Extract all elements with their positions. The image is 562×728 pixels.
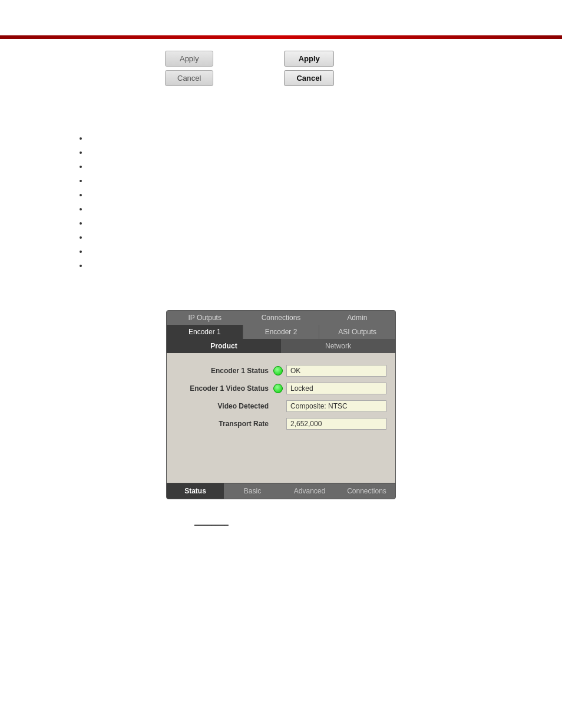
bullet-list (71, 133, 527, 270)
tab-product[interactable]: Product (167, 339, 281, 353)
encoder1-video-status-row: Encoder 1 Video Status Locked (176, 383, 386, 394)
transport-rate-label: Transport Rate (180, 420, 269, 428)
apply-button-2[interactable]: Apply (284, 51, 334, 67)
tab-connections[interactable]: Connections (338, 483, 395, 499)
encoder1-status-label: Encoder 1 Status (180, 367, 269, 375)
tab-status[interactable]: Status (167, 483, 224, 499)
list-item (88, 246, 527, 256)
list-item (88, 190, 527, 199)
tab-network[interactable]: Network (281, 339, 395, 353)
panel-tabs-middle: Encoder 1 Encoder 2 ASI Outputs (167, 325, 395, 339)
tab-encoder1[interactable]: Encoder 1 (167, 325, 243, 339)
bullet-section (0, 121, 562, 286)
footer-link[interactable]: ________ (0, 511, 562, 526)
tab-advanced[interactable]: Advanced (281, 483, 338, 499)
video-detected-label: Video Detected (180, 402, 269, 410)
transport-rate-row: Transport Rate 2,652,000 (176, 418, 386, 430)
encoder1-video-value: Locked (286, 383, 386, 394)
list-item (88, 176, 527, 185)
button-group-1: Apply Cancel (165, 51, 213, 86)
cancel-button-2[interactable]: Cancel (284, 70, 334, 86)
panel-tabs-top: IP Outputs Connections Admin (167, 311, 395, 325)
encoder1-status-row: Encoder 1 Status OK (176, 365, 386, 377)
tab-admin[interactable]: Admin (319, 311, 395, 325)
cancel-button-1[interactable]: Cancel (165, 70, 213, 86)
tab-ip-outputs[interactable]: IP Outputs (167, 311, 243, 325)
list-item (88, 204, 527, 213)
encoder1-status-value: OK (286, 365, 386, 377)
encoder1-video-indicator (273, 384, 283, 393)
tab-basic[interactable]: Basic (224, 483, 281, 499)
transport-rate-value: 2,652,000 (286, 418, 386, 430)
button-area: Apply Cancel Apply Cancel (0, 39, 562, 98)
video-detected-value: Composite: NTSC (286, 400, 386, 412)
device-panel-wrapper: IP Outputs Connections Admin Encoder 1 E… (0, 298, 562, 511)
panel-bottom-tabs: Status Basic Advanced Connections (167, 483, 395, 499)
video-detected-row: Video Detected Composite: NTSC (176, 400, 386, 412)
button-group-2: Apply Cancel (284, 51, 334, 86)
list-item (88, 218, 527, 228)
panel-content: Encoder 1 Status OK Encoder 1 Video Stat… (167, 353, 395, 483)
list-item (88, 162, 527, 171)
apply-button-1[interactable]: Apply (165, 51, 213, 67)
device-panel: IP Outputs Connections Admin Encoder 1 E… (166, 310, 396, 499)
tab-asi-outputs[interactable]: ASI Outputs (319, 325, 395, 339)
list-item (88, 147, 527, 157)
encoder1-status-indicator (273, 366, 283, 375)
panel-tabs-sub: Product Network (167, 339, 395, 353)
encoder1-video-status-label: Encoder 1 Video Status (180, 384, 269, 393)
list-item (88, 261, 527, 270)
tab-connections[interactable]: Connections (243, 311, 319, 325)
list-item (88, 133, 527, 143)
tab-encoder2[interactable]: Encoder 2 (243, 325, 319, 339)
list-item (88, 232, 527, 242)
